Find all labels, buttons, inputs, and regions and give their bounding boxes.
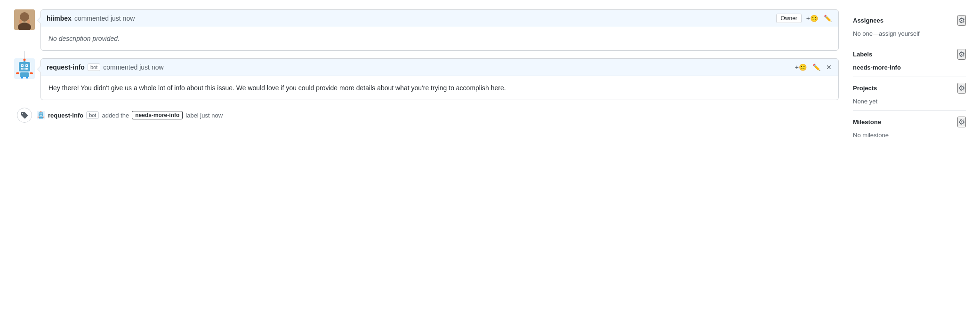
svg-rect-3: [19, 20, 22, 24]
timeline-label: needs-more-info: [132, 111, 183, 119]
comment-header-actions-2: +🙂 ✏️ ✕: [794, 63, 833, 72]
svg-rect-22: [39, 113, 43, 117]
comment-header-left-1: hiimbex commented just now: [47, 15, 135, 22]
svg-rect-26: [42, 114, 42, 114]
assignees-gear-button[interactable]: ⚙: [957, 15, 966, 26]
timeline-action: added the: [102, 112, 129, 119]
timeline-tag-icon: [17, 108, 32, 123]
svg-point-29: [40, 111, 41, 112]
edit-comment-button-2[interactable]: ✏️: [811, 63, 821, 72]
projects-gear-button[interactable]: ⚙: [957, 83, 966, 94]
comment-body-1: No description provided.: [41, 27, 838, 50]
milestone-gear-button[interactable]: ⚙: [957, 117, 966, 127]
comment-author-2: request-info: [47, 63, 85, 71]
comment-wrapper-2: request-info bot commented just now +🙂 ✏…: [14, 58, 839, 100]
svg-rect-27: [40, 115, 42, 116]
svg-rect-25: [40, 114, 40, 114]
comment-header-actions-1: Owner +🙂 ✏️: [776, 14, 833, 23]
comment-box-1: hiimbex commented just now Owner +🙂 ✏️ N…: [40, 9, 839, 51]
svg-rect-10: [26, 65, 27, 66]
emoji-reaction-button-1[interactable]: +🙂: [805, 14, 819, 23]
timeline-actor: request-info: [48, 112, 83, 119]
avatar-hiimbex: [14, 9, 35, 30]
sidebar-milestone-title: Milestone: [853, 118, 881, 126]
emoji-reaction-button-2[interactable]: +🙂: [794, 63, 808, 72]
svg-rect-20: [26, 77, 28, 78]
sidebar-labels-section: Labels ⚙ needs-more-info: [853, 43, 966, 77]
comment-header-left-2: request-info bot commented just now: [47, 63, 164, 71]
delete-comment-button-2[interactable]: ✕: [825, 63, 833, 72]
sidebar-milestone-header: Milestone ⚙: [853, 117, 966, 127]
svg-rect-13: [24, 68, 25, 70]
comment-time-1: commented just now: [74, 15, 135, 22]
sidebar-assignees-title: Assignees: [853, 17, 884, 24]
svg-rect-9: [22, 65, 23, 66]
edit-comment-button-1[interactable]: ✏️: [823, 14, 833, 23]
svg-rect-12: [23, 68, 24, 70]
sidebar-projects-header: Projects ⚙: [853, 83, 966, 94]
svg-point-15: [24, 59, 26, 61]
svg-rect-17: [16, 72, 19, 74]
timeline-suffix: label just now: [185, 112, 223, 119]
svg-rect-6: [19, 62, 30, 71]
comment-wrapper-1: hiimbex commented just now Owner +🙂 ✏️ N…: [14, 9, 839, 51]
avatar-request-info: [14, 58, 35, 79]
comment-header-1: hiimbex commented just now Owner +🙂 ✏️: [41, 10, 838, 27]
svg-rect-18: [30, 72, 33, 74]
assignees-empty-text[interactable]: No one—assign yourself: [853, 30, 920, 37]
svg-rect-16: [20, 72, 29, 77]
projects-empty-text: None yet: [853, 98, 877, 105]
labels-gear-button[interactable]: ⚙: [957, 49, 966, 60]
comment-author-1: hiimbex: [47, 15, 72, 22]
svg-rect-4: [27, 20, 30, 24]
connector-line-1: [24, 51, 25, 58]
sidebar-projects-title: Projects: [853, 85, 877, 92]
sidebar-assignees-section: Assignees ⚙ No one—assign yourself: [853, 9, 966, 43]
page-layout: hiimbex commented just now Owner +🙂 ✏️ N…: [0, 0, 980, 154]
svg-rect-30: [39, 117, 43, 119]
main-content: hiimbex commented just now Owner +🙂 ✏️ N…: [14, 9, 839, 144]
sidebar-labels-header: Labels ⚙: [853, 49, 966, 60]
comment-header-2: request-info bot commented just now +🙂 ✏…: [41, 59, 838, 76]
svg-rect-19: [21, 77, 23, 78]
timeline-text: request-info bot added the needs-more-in…: [37, 111, 223, 119]
sidebar-milestone-section: Milestone ⚙ No milestone: [853, 111, 966, 144]
comment-body-2: Hey there! You didn't give us a whole lo…: [41, 76, 838, 100]
svg-rect-31: [38, 117, 39, 118]
bot-badge-2: bot: [88, 63, 100, 71]
sidebar-labels-title: Labels: [853, 51, 872, 58]
sidebar-projects-section: Projects ⚙ None yet: [853, 77, 966, 111]
comment-box-2: request-info bot commented just now +🙂 ✏…: [40, 58, 839, 100]
sidebar-assignees-header: Assignees ⚙: [853, 15, 966, 26]
owner-badge: Owner: [776, 14, 801, 23]
timeline-bot-badge: bot: [86, 111, 99, 119]
comment-time-2: commented just now: [103, 63, 163, 71]
sidebar: Assignees ⚙ No one—assign yourself Label…: [853, 9, 966, 144]
milestone-empty-text: No milestone: [853, 132, 889, 139]
svg-rect-32: [43, 117, 45, 118]
timeline-event: request-info bot added the needs-more-in…: [14, 108, 839, 123]
labels-value: needs-more-info: [853, 64, 901, 71]
